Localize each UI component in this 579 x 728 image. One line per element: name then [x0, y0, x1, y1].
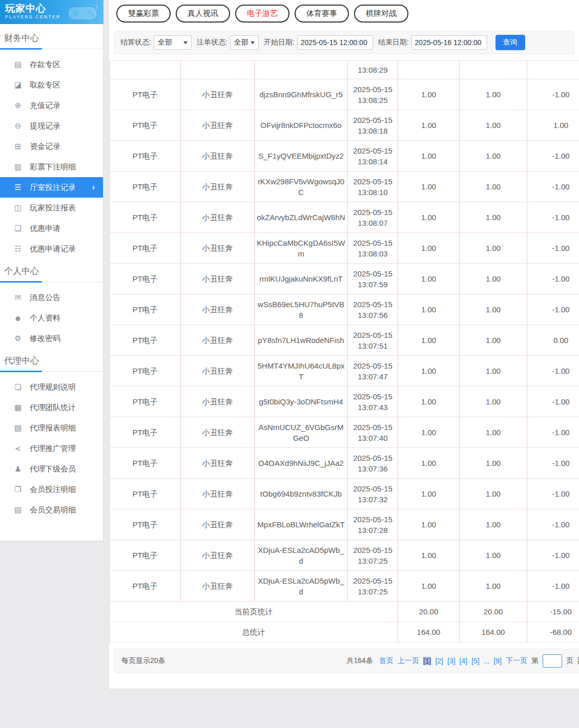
sidebar: 玩家中心 PLAYERS CENTER 财务中心 ▤ 存款专区 ◪ 取款专区 ⊕… [0, 0, 104, 541]
end-date-input[interactable] [411, 35, 487, 50]
provider-cell: PT电子 [110, 172, 181, 202]
chevron-right-icon: › [92, 183, 103, 192]
sidebar-section-title: 个人中心 [0, 259, 103, 282]
start-date-input[interactable] [297, 35, 373, 50]
recharge-record-icon: ⊕ [13, 101, 23, 110]
sidebar-item[interactable]: ♟ 代理下级会员 [0, 459, 103, 479]
sidebar-item[interactable]: ❒ 会员投注明细 [0, 479, 103, 500]
valid-amount-cell: 1.00 [460, 141, 527, 172]
table-row: PT电子 小丑狂奔 tObg694b9zntv83fCKJb 2025-05-1… [110, 479, 579, 509]
page-link[interactable]: [4] [460, 657, 468, 665]
game-cell: 小丑狂奔 [181, 417, 255, 448]
next-page-link[interactable]: 下一页 [506, 656, 527, 666]
bet-amount-cell: 1.00 [398, 79, 460, 110]
sidebar-section: 代理中心 ❏ 代理规则说明 ▦ 代理团队统计 ▧ 代理报表明细 ≺ 代理推广管理… [0, 349, 103, 520]
page-link[interactable]: [2] [435, 657, 443, 665]
sidebar-item[interactable]: ❏ 代理规则说明 [0, 377, 103, 397]
sidebar-item[interactable]: ▧ 代理报表明细 [0, 418, 103, 438]
pagination-controls: 共164条 首页 上一页 [1][2][3][4][5]...[9] 下一页 第… [347, 654, 579, 668]
provider-cell: PT电子 [110, 233, 181, 264]
sidebar-section-title: 财务中心 [0, 26, 103, 49]
member-bet-detail-icon: ❒ [13, 485, 23, 494]
order-id-cell: O4OAXd9hNiiJ9C_jJAa2 [255, 448, 348, 479]
sidebar-item[interactable]: ☻ 个人资料 [0, 308, 103, 328]
bet-time-cell: 2025-05-15 13:08:25 [348, 79, 398, 110]
end-date-label: 结束日期: [378, 38, 409, 47]
result-amount-cell: -1.00 [527, 294, 579, 325]
provider-cell: PT电子 [110, 325, 181, 356]
bet-time-cell: 2025-05-15 13:07:36 [348, 448, 398, 479]
game-cell: 小丑狂奔 [181, 202, 255, 233]
sidebar-item[interactable]: ≺ 代理推广管理 [0, 438, 103, 459]
sidebar-item[interactable]: ▤ 会员交易明细 [0, 500, 103, 520]
sidebar-item[interactable]: ⊕ 充值记录 [0, 95, 103, 116]
order-id-cell: tObg694b9zntv83fCKJb [255, 479, 348, 509]
section-divider [0, 371, 103, 372]
page-summary-bet: 20.00 [398, 602, 460, 622]
page-link[interactable]: ... [484, 657, 490, 665]
sidebar-item[interactable]: ⊞ 资金记录 [0, 136, 103, 157]
provider-cell: PT电子 [110, 79, 181, 110]
bet-amount-cell: 1.00 [398, 387, 460, 417]
bet-time-cell: 2025-05-15 13:07:59 [348, 264, 398, 294]
provider-cell: PT电子 [110, 387, 181, 417]
page-link[interactable]: [9] [493, 657, 502, 665]
result-amount-cell: -1.00 [527, 356, 579, 387]
order-id-cell: XDjuA-ESLa2cAD5pWb_d [255, 540, 348, 571]
sidebar-item[interactable]: ☷ 优惠申请记录 [0, 239, 103, 259]
bet-records-table: 13:08:29 PT电子 小丑狂奔 djzsBnn9GhMfrskUG_r5 … [109, 60, 579, 643]
sidebar-item[interactable]: ▥ 彩票下注明细 [0, 157, 103, 177]
category-tab[interactable]: 棋牌对战 [354, 5, 408, 23]
provider-cell: PT电子 [110, 141, 181, 172]
game-cell: 小丑狂奔 [181, 356, 255, 387]
goto-prefix: 第 [531, 656, 539, 666]
table-row: PT电子 小丑狂奔 KHipcCaMbCKgDA6sI5Wm 2025-05-1… [110, 233, 579, 264]
promo-apply-icon: ❑ [13, 224, 23, 233]
sidebar-item[interactable]: ✉ 消息公告 [0, 287, 103, 308]
category-tab[interactable]: 体育赛事 [295, 5, 349, 23]
deposit-card-icon: ▤ [13, 60, 23, 69]
category-tab[interactable]: 真人视讯 [176, 5, 230, 23]
bet-time-cell: 2025-05-15 13:07:43 [348, 387, 398, 417]
provider-cell: PT电子 [110, 264, 181, 294]
page-link-current[interactable]: [1] [423, 657, 431, 665]
sidebar-item[interactable]: ▦ 代理团队统计 [0, 397, 103, 418]
sidebar-item[interactable]: ⊖ 提现记录 [0, 116, 103, 136]
goto-page-input[interactable] [543, 654, 562, 668]
order-id-cell: okZArvybZLdWrCajW8hN [255, 202, 348, 233]
category-tab[interactable]: 电子游艺 [235, 5, 290, 23]
game-cell: 小丑狂奔 [181, 264, 255, 294]
category-tab[interactable]: 雙赢彩票 [116, 5, 171, 23]
result-amount-cell: -1.00 [527, 387, 579, 417]
pagination-bar: 每页显示20条 共164条 首页 上一页 [1][2][3][4][5]...[… [114, 649, 579, 673]
game-cell: 小丑狂奔 [181, 571, 255, 602]
bet-amount-cell: 1.00 [398, 202, 460, 233]
valid-amount-cell: 1.00 [460, 509, 527, 540]
table-row: PT电子 小丑狂奔 XDjuA-ESLa2cAD5pWb_d 2025-05-1… [110, 540, 579, 571]
sidebar-item[interactable]: ☰ 厅室投注记录 › [0, 177, 103, 198]
page-link[interactable]: [5] [471, 657, 480, 665]
page-link[interactable]: [3] [447, 657, 456, 665]
first-page-link[interactable]: 首页 [379, 656, 394, 666]
bet-time-cell: 13:08:29 [348, 61, 398, 79]
total-summary-bet: 164.00 [398, 622, 460, 643]
settle-status-select[interactable]: 全部 [154, 35, 192, 50]
sidebar-item[interactable]: ◫ 玩家投注报表 [0, 198, 103, 218]
provider-cell: PT电子 [110, 479, 181, 509]
prev-page-link[interactable]: 上一页 [398, 656, 419, 666]
chevron-down-icon [251, 41, 255, 44]
agent-rules-doc-icon: ❏ [13, 382, 23, 392]
share-icon: ≺ [13, 444, 23, 453]
sidebar-item[interactable]: ❑ 优惠申请 [0, 218, 103, 239]
result-amount-cell: 1.00 [527, 110, 579, 141]
table-row: PT电子 小丑狂奔 MpxFBLoBLWrhelGatZkT 2025-05-1… [110, 509, 579, 540]
result-amount-cell: -1.00 [527, 540, 579, 571]
valid-amount-cell: 1.00 [460, 325, 527, 356]
sidebar-item[interactable]: ▤ 存款专区 [0, 54, 103, 75]
order-status-select[interactable]: 全部 [230, 35, 259, 50]
sidebar-item[interactable]: ◪ 取款专区 [0, 75, 103, 95]
sidebar-item[interactable]: ⚙ 修改密码 [0, 328, 103, 349]
game-cell: 小丑狂奔 [181, 387, 255, 417]
bet-records-table-wrap: 13:08:29 PT电子 小丑狂奔 djzsBnn9GhMfrskUG_r5 … [109, 60, 579, 643]
search-button[interactable]: 查询 [495, 35, 525, 50]
